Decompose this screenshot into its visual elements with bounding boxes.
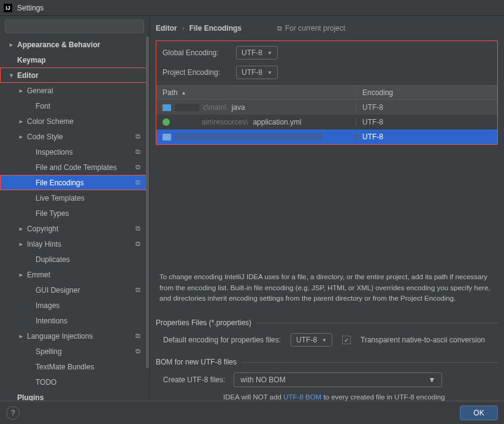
tree-arrow-icon: ► (9, 42, 15, 48)
sidebar-item-appearance-behavior[interactable]: ►Appearance & Behavior (0, 37, 149, 52)
sidebar-item-todo[interactable]: TODO (0, 374, 149, 390)
chevron-down-icon: ▼ (267, 50, 272, 56)
tree-arrow-icon: ► (18, 272, 25, 278)
sidebar-item-file-encodings[interactable]: File Encodings⧉ (0, 175, 149, 190)
properties-section-body: Default encoding for properties files: U… (150, 331, 504, 349)
tree-arrow-icon: ► (18, 333, 25, 339)
project-scope-icon: ⧉ (136, 133, 140, 141)
bom-create-label: Create UTF-8 files: (163, 376, 225, 384)
sidebar-item-inspections[interactable]: Inspections⧉ (0, 144, 149, 160)
sidebar-item-inlay-hints[interactable]: ►Inlay Hints⧉ (0, 236, 149, 252)
project-scope-icon: ⧉ (136, 347, 140, 355)
sidebar-item-label: General (27, 87, 53, 95)
encoding-cell[interactable]: UTF-8 (356, 103, 497, 112)
sidebar-item-plugins[interactable]: Plugins (0, 390, 149, 401)
scrollbar[interactable] (146, 37, 149, 368)
sidebar-item-label: Color Scheme (27, 117, 74, 126)
sidebar-item-label: Keymap (17, 56, 46, 64)
sidebar-item-label: File Types (36, 209, 69, 218)
sidebar-item-file-and-code-templates[interactable]: File and Code Templates⧉ (0, 160, 149, 175)
redacted-text (175, 133, 322, 141)
sidebar-item-live-templates[interactable]: Live Templates (0, 190, 149, 206)
bom-create-combo[interactable]: with NO BOM ▼ (234, 372, 442, 387)
project-scope-icon: ⧉ (136, 179, 140, 187)
crumb-root[interactable]: Editor (156, 24, 177, 33)
bom-note: IDEA will NOT add UTF-8 BOM to every cre… (150, 390, 504, 401)
sidebar: ⌕ ►Appearance & BehaviorKeymap▼Editor►Ge… (0, 16, 150, 401)
bom-row: Create UTF-8 files: with NO BOM ▼ (150, 370, 504, 390)
sidebar-item-font[interactable]: Font (0, 98, 149, 114)
folder-icon (162, 104, 171, 111)
search-wrap: ⌕ (0, 16, 149, 37)
sidebar-item-images[interactable]: Images (0, 298, 149, 313)
sidebar-item-emmet[interactable]: ►Emmet (0, 267, 149, 282)
table-empty-area (150, 145, 504, 266)
bom-section-title: BOM for new UTF-8 files (150, 349, 504, 370)
ok-button[interactable]: OK (460, 406, 498, 420)
project-encoding-combo[interactable]: UTF-8 ▼ (236, 66, 278, 79)
project-scope-icon: ⧉ (136, 286, 140, 294)
sidebar-item-duplicates[interactable]: Duplicates (0, 252, 149, 267)
chevron-down-icon: ▼ (322, 337, 327, 343)
redacted-text (174, 118, 198, 126)
project-scope-icon: ⧉ (136, 225, 140, 233)
col-encoding-header[interactable]: Encoding (356, 86, 497, 99)
sidebar-item-code-style[interactable]: ►Code Style⧉ (0, 129, 149, 144)
encoding-cell[interactable]: UTF-8 (356, 133, 497, 141)
sidebar-item-keymap[interactable]: Keymap (0, 52, 149, 67)
table-row[interactable]: UTF-8 (156, 129, 497, 144)
help-button[interactable]: ? (6, 406, 20, 420)
props-default-label: Default encoding for properties files: (163, 336, 281, 344)
props-default-combo[interactable]: UTF-8 ▼ (291, 333, 332, 347)
sidebar-item-textmate-bundles[interactable]: TextMate Bundles (0, 359, 149, 374)
global-encoding-label: Global Encoding: (162, 48, 230, 57)
tree-arrow-icon: ► (18, 118, 25, 125)
sidebar-item-label: Copyright (27, 225, 58, 233)
content-pane: Editor › File Encodings ⧉ For current pr… (150, 16, 504, 401)
sidebar-item-language-injections[interactable]: ►Language Injections⧉ (0, 328, 149, 344)
sidebar-item-label: Live Templates (36, 194, 85, 202)
sidebar-item-copyright[interactable]: ►Copyright⧉ (0, 221, 149, 236)
table-row[interactable]: c\main\javaUTF-8 (156, 100, 497, 115)
global-encoding-combo[interactable]: UTF-8 ▼ (236, 46, 278, 60)
tree-arrow-icon: ► (18, 88, 25, 94)
redacted-text (175, 104, 199, 111)
project-scope-icon: ⧉ (136, 332, 140, 340)
sidebar-item-editor[interactable]: ▼Editor (0, 67, 149, 83)
sidebar-item-file-types[interactable]: File Types (0, 206, 149, 221)
tree-arrow-icon: ▼ (9, 72, 15, 79)
file-icon (162, 118, 170, 126)
titlebar: IJ Settings (0, 0, 504, 16)
sidebar-item-label: Spelling (36, 347, 62, 356)
sidebar-item-label: Appearance & Behavior (17, 40, 100, 49)
tree-arrow-icon: ► (18, 226, 25, 232)
project-scope-indicator: ⧉ For current project (277, 24, 345, 33)
chevron-down-icon: ▼ (428, 376, 435, 384)
sidebar-item-label: Language Injections (27, 332, 93, 341)
encodings-panel: Global Encoding: UTF-8 ▼ Project Encodin… (156, 40, 498, 145)
sidebar-item-general[interactable]: ►General (0, 83, 149, 98)
encodings-table-header: Path ▲ Encoding (156, 85, 497, 100)
sidebar-item-label: Code Style (27, 133, 63, 141)
crumb-sep: › (182, 24, 185, 33)
bom-link[interactable]: UTF-8 BOM (283, 393, 321, 401)
encoding-cell[interactable]: UTF-8 (356, 118, 497, 126)
settings-tree[interactable]: ►Appearance & BehaviorKeymap▼Editor►Gene… (0, 37, 149, 401)
sidebar-item-label: Emmet (27, 271, 50, 279)
global-encoding-row: Global Encoding: UTF-8 ▼ (156, 46, 497, 66)
sidebar-item-gui-designer[interactable]: GUI Designer⧉ (0, 282, 149, 298)
sidebar-item-label: Editor (17, 71, 39, 80)
project-scope-icon: ⧉ (136, 148, 140, 156)
tree-arrow-icon: ► (18, 134, 25, 140)
sidebar-item-label: TextMate Bundles (36, 363, 94, 371)
sidebar-item-intentions[interactable]: Intentions (0, 313, 149, 328)
sidebar-item-color-scheme[interactable]: ►Color Scheme (0, 114, 149, 129)
search-input[interactable] (5, 20, 144, 33)
col-path-header[interactable]: Path ▲ (156, 86, 356, 99)
transparent-checkbox[interactable] (342, 336, 351, 344)
sidebar-item-label: TODO (36, 378, 56, 387)
sidebar-item-spelling[interactable]: Spelling⧉ (0, 344, 149, 359)
project-encoding-label: Project Encoding: (162, 68, 230, 77)
sidebar-item-label: Inspections (36, 148, 73, 156)
table-row[interactable]: ain\resources\application.ymlUTF-8 (156, 115, 497, 129)
